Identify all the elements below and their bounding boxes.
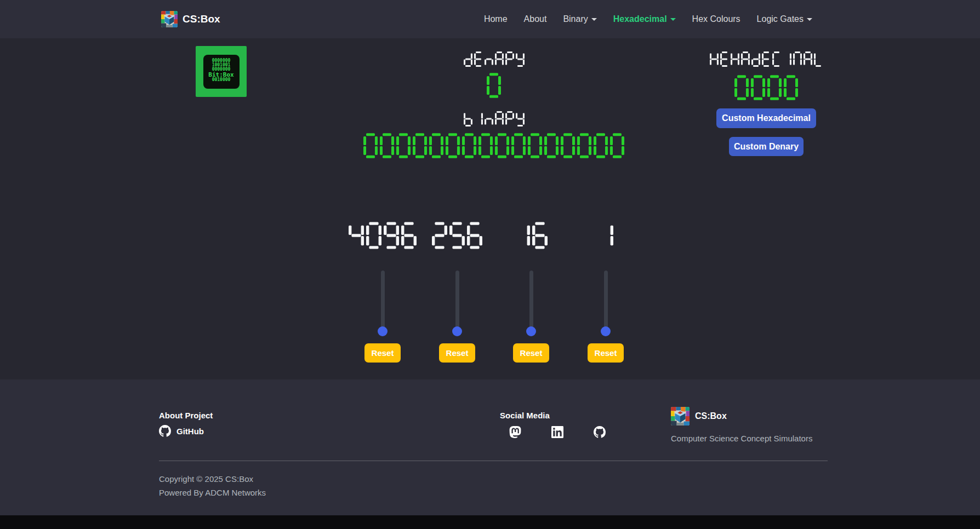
reset-button[interactable]: Reset [439,343,475,363]
footer-divider [159,461,828,461]
nav-menu: Home About Binary Hexadecimal Hex Colour… [476,10,821,28]
denary-display [357,73,631,98]
hex-digit-slider[interactable] [604,271,608,333]
hexadecimal-heading [657,50,876,68]
github-icon[interactable] [594,426,606,438]
chevron-down-icon [591,18,597,21]
linkedin-icon[interactable] [551,426,563,438]
footer-brand[interactable]: CS:Box [671,407,727,426]
denary-heading [357,50,631,68]
hexadecimal-display [657,75,876,100]
social-media-heading: Social Media [500,411,550,420]
bitbox-binary-row: 0010000 [203,78,240,82]
footer-brand-text: CS:Box [695,411,727,421]
bitbox-logo-title: Bit:Box [203,72,240,78]
navbar: CS:Box Home About Binary Hexadecimal Hex… [0,0,980,38]
copyright-text: Copyright © 2025 CS:Box [159,474,253,484]
slider-value-display [598,222,613,249]
binary-heading [357,110,631,128]
nav-item-binary[interactable]: Binary [555,10,605,28]
nav-item-home[interactable]: Home [476,10,516,28]
slider-column-16: Reset [493,222,569,363]
slider-thumb[interactable] [378,326,388,336]
nav-item-hex-colours[interactable]: Hex Colours [684,10,749,28]
csbox-logo-icon [161,11,178,27]
reset-button[interactable]: Reset [513,343,549,363]
github-icon [159,425,171,437]
csbox-logo-icon [671,407,690,426]
slider-thumb[interactable] [601,326,611,336]
slider-value-display [349,222,417,249]
navbar-brand[interactable]: CS:Box [161,11,220,27]
binary-display [357,133,631,158]
slider-thumb[interactable] [526,326,536,336]
slider-column-4096: Reset [344,222,421,363]
nav-item-about[interactable]: About [516,10,555,28]
about-project-heading: About Project [159,411,213,420]
reset-button[interactable]: Reset [364,343,401,363]
hex-digit-slider[interactable] [529,271,533,333]
social-icons [509,426,606,438]
chevron-down-icon [670,18,676,21]
nav-item-hexadecimal[interactable]: Hexadecimal [605,10,684,28]
custom-hexadecimal-button[interactable]: Custom Hexadecimal [716,108,816,128]
bitbox-logo: 0000000 1001001 0000000 Bit:Box 0010000 [196,46,247,97]
github-link-label: GitHub [176,427,204,436]
github-link[interactable]: GitHub [159,425,204,437]
custom-denary-button[interactable]: Custom Denary [729,137,804,156]
hex-digit-slider[interactable] [381,271,385,333]
slider-thumb[interactable] [452,326,462,336]
hex-digit-slider[interactable] [455,271,459,333]
footer-tagline: Computer Science Concept Simulators [671,434,812,443]
navbar-brand-text: CS:Box [183,13,220,25]
slider-value-display [515,222,548,249]
main-content: 0000000 1001001 0000000 Bit:Box 0010000 … [0,38,980,380]
slider-value-display [432,222,482,249]
powered-by-text: Powered By ADCM Networks [159,488,266,497]
mastodon-icon[interactable] [509,426,521,438]
nav-item-logic-gates[interactable]: Logic Gates [749,10,821,28]
chevron-down-icon [807,18,812,21]
reset-button[interactable]: Reset [588,343,624,363]
bitbox-logo-screen: 0000000 1001001 0000000 Bit:Box 0010000 [203,55,240,89]
slider-column-1: Reset [567,222,644,363]
footer: About Project GitHub Social Media [0,380,980,515]
slider-column-256: Reset [419,222,495,363]
